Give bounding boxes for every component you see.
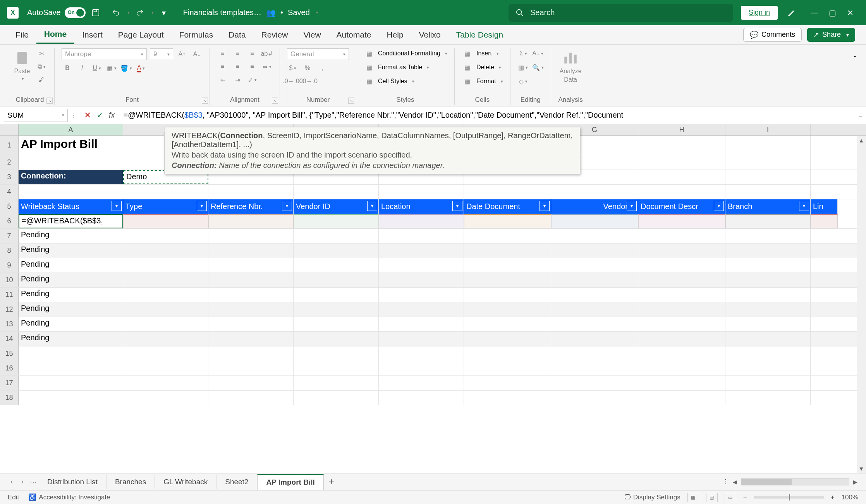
cell[interactable] [464, 332, 551, 346]
cell[interactable] [123, 332, 208, 346]
number-launcher[interactable]: ↘ [348, 98, 354, 104]
table-header[interactable]: Location▾ [379, 199, 464, 214]
filter-icon[interactable]: ▾ [452, 201, 462, 211]
cell[interactable] [725, 258, 811, 273]
cell[interactable] [464, 214, 551, 228]
cell[interactable] [464, 391, 551, 405]
cell[interactable] [294, 258, 379, 273]
cell[interactable] [123, 185, 208, 199]
row-header[interactable]: 16 [0, 361, 19, 375]
cell[interactable] [811, 214, 838, 228]
cell[interactable] [551, 185, 638, 199]
cell[interactable]: Pending [19, 258, 123, 273]
cell[interactable] [208, 288, 294, 302]
cell[interactable] [294, 317, 379, 331]
percent-format-icon[interactable]: % [302, 63, 313, 73]
find-select-icon[interactable]: 🔍▾ [532, 62, 544, 72]
cell[interactable] [208, 214, 294, 228]
cell[interactable] [464, 376, 551, 390]
cell[interactable] [208, 346, 294, 361]
row-header[interactable]: 10 [0, 273, 19, 287]
tab-automate[interactable]: Automate [329, 26, 379, 43]
redo-more-icon[interactable]: ▾ [151, 10, 154, 15]
format-cells-button[interactable]: ▦ Format▾ [462, 76, 503, 86]
cell[interactable] [208, 376, 294, 390]
sheet-tab[interactable]: Sheet2 [216, 475, 257, 489]
cell[interactable]: Pending [19, 229, 123, 243]
cell[interactable] [294, 229, 379, 243]
cell[interactable] [379, 273, 464, 287]
cell[interactable] [19, 376, 123, 390]
sheet-tab-active[interactable]: AP Import Bill [257, 474, 323, 490]
cell[interactable] [123, 288, 208, 302]
cell[interactable] [551, 243, 638, 258]
cell[interactable] [551, 361, 638, 375]
row-header[interactable]: 7 [0, 229, 19, 243]
cell[interactable]: Pending [19, 332, 123, 346]
cell[interactable] [294, 243, 379, 258]
table-header[interactable]: Reference Nbr.▾ [208, 199, 294, 214]
cell[interactable] [208, 302, 294, 317]
font-size-input[interactable]: 9▾ [150, 48, 173, 60]
cell[interactable] [294, 346, 379, 361]
number-format-input[interactable]: General▾ [287, 48, 349, 60]
table-header[interactable]: Date Document▾ [464, 199, 551, 214]
formula-accept-button[interactable]: ✓ [96, 110, 103, 120]
tab-formulas[interactable]: Formulas [172, 26, 221, 43]
formula-cancel-button[interactable]: ✕ [84, 110, 91, 120]
cell[interactable] [725, 136, 811, 155]
row-header[interactable]: 8 [0, 243, 19, 258]
display-settings-button[interactable]: 🖵 Display Settings [624, 494, 680, 501]
cut-icon[interactable]: ✂ [36, 48, 47, 58]
cell[interactable] [638, 391, 725, 405]
cell[interactable] [208, 391, 294, 405]
cell[interactable] [725, 376, 811, 390]
cell[interactable] [551, 376, 638, 390]
cell[interactable] [638, 170, 725, 184]
cell[interactable] [638, 155, 725, 170]
select-all-corner[interactable] [0, 124, 19, 135]
zoom-out-button[interactable]: − [743, 494, 747, 501]
scroll-track[interactable] [741, 478, 849, 485]
align-center-icon[interactable]: ≡ [232, 62, 243, 72]
table-header[interactable]: Branch▾ [725, 199, 811, 214]
zoom-in-button[interactable]: + [831, 494, 835, 501]
cell[interactable] [208, 229, 294, 243]
cell[interactable] [638, 361, 725, 375]
bold-button[interactable]: B [62, 63, 73, 73]
scroll-up-icon[interactable]: ▲ [857, 136, 866, 145]
increase-font-icon[interactable]: A↑ [176, 49, 188, 59]
sheet-tab[interactable]: GL Writeback [155, 475, 216, 489]
tab-data[interactable]: Data [221, 26, 253, 43]
row-header[interactable]: 17 [0, 376, 19, 390]
cell[interactable] [294, 214, 379, 228]
analyze-data-button[interactable]: Analyze Data [558, 48, 583, 85]
cell[interactable] [464, 258, 551, 273]
row-header[interactable]: 5 [0, 199, 19, 214]
cell[interactable] [379, 288, 464, 302]
cell[interactable] [123, 346, 208, 361]
cell[interactable] [123, 214, 208, 228]
minimize-button[interactable]: — [806, 8, 823, 17]
row-header[interactable]: 4 [0, 185, 19, 199]
cell[interactable] [725, 185, 811, 199]
cell[interactable] [551, 302, 638, 317]
paste-button[interactable]: Paste ▾ [12, 48, 32, 83]
search-input[interactable]: Search [509, 4, 733, 22]
name-box[interactable]: SUM ▾ [4, 109, 68, 122]
cell[interactable] [123, 302, 208, 317]
cell[interactable] [379, 214, 464, 228]
align-right-icon[interactable]: ≡ [246, 62, 258, 72]
view-page-layout-icon[interactable]: ▤ [706, 493, 718, 502]
cell-styles-button[interactable]: ▦ Cell Styles▾ [363, 76, 414, 86]
cell[interactable] [123, 391, 208, 405]
tab-table-design[interactable]: Table Design [448, 26, 511, 43]
tab-view[interactable]: View [296, 26, 328, 43]
table-header[interactable]: Writeback Status▾ [19, 199, 123, 214]
cell[interactable] [379, 391, 464, 405]
format-painter-icon[interactable]: 🖌 [36, 75, 47, 85]
table-header[interactable]: Document Descr▾ [638, 199, 725, 214]
cell[interactable] [208, 185, 294, 199]
cell[interactable] [123, 317, 208, 331]
cell[interactable] [464, 229, 551, 243]
